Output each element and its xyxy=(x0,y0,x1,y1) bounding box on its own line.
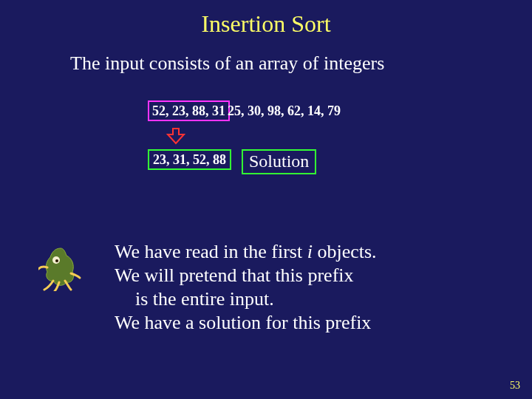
input-rest-text: 25, 30, 98, 62, 14, 79 xyxy=(228,100,341,120)
page-number: 53 xyxy=(510,380,520,392)
body-text: We have read in the first i objects. We … xyxy=(115,240,377,335)
body-line-4: We have a solution for this prefix xyxy=(115,311,377,335)
body-line-1: We have read in the first i objects. xyxy=(115,240,377,264)
input-array-row: 52, 23, 88, 31 25, 30, 98, 62, 14, 79 xyxy=(148,100,341,121)
svg-point-1 xyxy=(55,259,58,262)
body-line-2: We will pretend that this prefix xyxy=(115,264,377,287)
slide-title: Insertion Sort xyxy=(0,0,532,38)
slide-subtitle: The input consists of an array of intege… xyxy=(70,52,532,75)
sorted-prefix-box: 23, 31, 52, 88 xyxy=(148,149,231,170)
down-arrow-icon xyxy=(166,127,185,148)
solution-label-box: Solution xyxy=(242,149,316,174)
slide: Insertion Sort The input consists of an … xyxy=(0,0,532,399)
creature-icon xyxy=(38,244,83,294)
body-line-3: is the entire input. xyxy=(135,287,377,311)
sorted-prefix-row: 23, 31, 52, 88 Solution xyxy=(148,149,316,174)
input-prefix-box: 52, 23, 88, 31 xyxy=(148,100,230,121)
